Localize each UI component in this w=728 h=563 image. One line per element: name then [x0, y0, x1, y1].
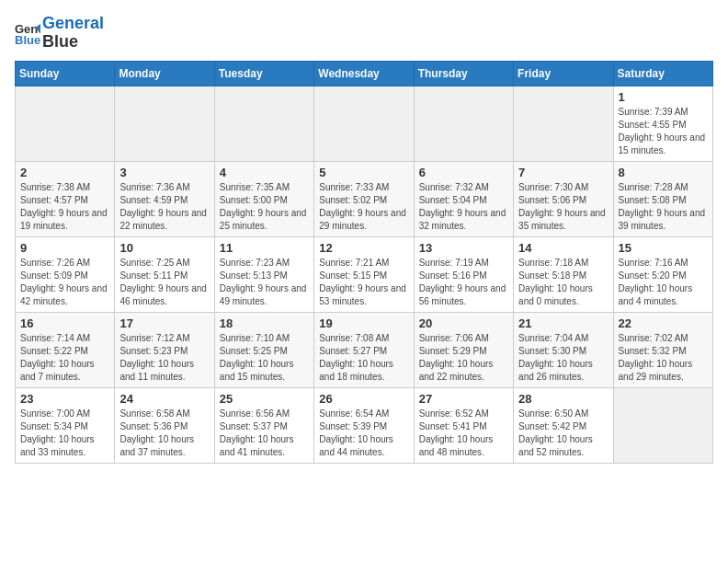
day-info: Sunrise: 6:58 AM Sunset: 5:36 PM Dayligh…: [119, 408, 209, 459]
day-number: 1: [619, 90, 708, 104]
calendar-cell: 25Sunrise: 6:56 AM Sunset: 5:37 PM Dayli…: [214, 387, 313, 463]
calendar-cell: [16, 86, 115, 161]
day-info: Sunrise: 7:25 AM Sunset: 5:11 PM Dayligh…: [119, 257, 209, 308]
calendar-cell: 2Sunrise: 7:38 AM Sunset: 4:57 PM Daylig…: [16, 161, 115, 236]
calendar-cell: 28Sunrise: 6:50 AM Sunset: 5:42 PM Dayli…: [514, 387, 613, 463]
weekday-header-tuesday: Tuesday: [214, 61, 313, 86]
calendar-cell: 22Sunrise: 7:02 AM Sunset: 5:32 PM Dayli…: [613, 312, 712, 387]
day-number: 11: [220, 241, 309, 255]
day-number: 8: [619, 166, 708, 179]
logo-icon: General Blue: [15, 20, 40, 46]
calendar-cell: 12Sunrise: 7:21 AM Sunset: 5:15 PM Dayli…: [314, 236, 414, 312]
week-row-1: 1Sunrise: 7:39 AM Sunset: 4:55 PM Daylig…: [16, 86, 713, 161]
calendar-cell: 5Sunrise: 7:33 AM Sunset: 5:02 PM Daylig…: [314, 161, 414, 236]
day-info: Sunrise: 7:28 AM Sunset: 5:08 PM Dayligh…: [619, 181, 708, 233]
day-info: Sunrise: 7:14 AM Sunset: 5:22 PM Dayligh…: [20, 332, 109, 384]
weekday-header-friday: Friday: [514, 61, 613, 86]
day-info: Sunrise: 7:39 AM Sunset: 4:55 PM Dayligh…: [619, 106, 708, 157]
day-info: Sunrise: 7:04 AM Sunset: 5:30 PM Dayligh…: [518, 332, 608, 384]
calendar-cell: 16Sunrise: 7:14 AM Sunset: 5:22 PM Dayli…: [16, 312, 115, 387]
day-number: 24: [119, 392, 209, 406]
day-number: 26: [319, 392, 408, 406]
calendar-cell: 24Sunrise: 6:58 AM Sunset: 5:36 PM Dayli…: [115, 387, 214, 463]
day-info: Sunrise: 7:00 AM Sunset: 5:34 PM Dayligh…: [20, 408, 109, 459]
calendar-cell: 11Sunrise: 7:23 AM Sunset: 5:13 PM Dayli…: [214, 236, 313, 312]
day-number: 14: [518, 241, 608, 255]
calendar-cell: [214, 86, 313, 161]
calendar-cell: 1Sunrise: 7:39 AM Sunset: 4:55 PM Daylig…: [613, 86, 712, 161]
calendar-body: 1Sunrise: 7:39 AM Sunset: 4:55 PM Daylig…: [16, 86, 713, 463]
day-number: 12: [319, 241, 408, 255]
calendar-cell: [514, 86, 613, 161]
week-row-4: 16Sunrise: 7:14 AM Sunset: 5:22 PM Dayli…: [16, 312, 713, 387]
day-info: Sunrise: 7:30 AM Sunset: 5:06 PM Dayligh…: [518, 181, 608, 233]
calendar-cell: 13Sunrise: 7:19 AM Sunset: 5:16 PM Dayli…: [414, 236, 513, 312]
calendar-cell: 26Sunrise: 6:54 AM Sunset: 5:39 PM Dayli…: [314, 387, 414, 463]
day-number: 28: [518, 392, 608, 406]
calendar-cell: 10Sunrise: 7:25 AM Sunset: 5:11 PM Dayli…: [115, 236, 214, 312]
calendar-cell: 14Sunrise: 7:18 AM Sunset: 5:18 PM Dayli…: [514, 236, 613, 312]
calendar-cell: [115, 86, 214, 161]
day-number: 7: [518, 166, 608, 179]
calendar-cell: 27Sunrise: 6:52 AM Sunset: 5:41 PM Dayli…: [414, 387, 513, 463]
day-number: 3: [119, 166, 209, 179]
day-number: 4: [220, 166, 309, 179]
day-number: 20: [419, 316, 508, 330]
day-number: 10: [119, 241, 209, 255]
day-number: 16: [20, 316, 109, 330]
day-info: Sunrise: 7:16 AM Sunset: 5:20 PM Dayligh…: [619, 257, 708, 308]
calendar-cell: 19Sunrise: 7:08 AM Sunset: 5:27 PM Dayli…: [314, 312, 414, 387]
day-number: 13: [419, 241, 508, 255]
calendar-table: SundayMondayTuesdayWednesdayThursdayFrid…: [15, 61, 713, 464]
logo-text: GeneralBlue: [42, 15, 104, 52]
day-number: 22: [619, 316, 708, 330]
day-info: Sunrise: 7:12 AM Sunset: 5:23 PM Dayligh…: [119, 332, 209, 384]
calendar-cell: [613, 387, 712, 463]
day-info: Sunrise: 7:36 AM Sunset: 4:59 PM Dayligh…: [119, 181, 209, 233]
day-info: Sunrise: 7:35 AM Sunset: 5:00 PM Dayligh…: [220, 181, 309, 233]
calendar-cell: 15Sunrise: 7:16 AM Sunset: 5:20 PM Dayli…: [613, 236, 712, 312]
weekday-header-wednesday: Wednesday: [314, 61, 414, 86]
calendar-cell: 23Sunrise: 7:00 AM Sunset: 5:34 PM Dayli…: [16, 387, 115, 463]
weekday-header-saturday: Saturday: [613, 61, 712, 86]
calendar-cell: 9Sunrise: 7:26 AM Sunset: 5:09 PM Daylig…: [16, 236, 115, 312]
day-number: 21: [518, 316, 608, 330]
day-number: 19: [319, 316, 408, 330]
weekday-header-row: SundayMondayTuesdayWednesdayThursdayFrid…: [16, 61, 713, 86]
day-number: 17: [119, 316, 209, 330]
weekday-header-sunday: Sunday: [16, 61, 115, 86]
calendar-cell: 7Sunrise: 7:30 AM Sunset: 5:06 PM Daylig…: [514, 161, 613, 236]
calendar-cell: 17Sunrise: 7:12 AM Sunset: 5:23 PM Dayli…: [115, 312, 214, 387]
day-info: Sunrise: 7:38 AM Sunset: 4:57 PM Dayligh…: [20, 181, 109, 233]
logo: General Blue GeneralBlue: [15, 15, 104, 52]
day-number: 5: [319, 166, 408, 179]
week-row-2: 2Sunrise: 7:38 AM Sunset: 4:57 PM Daylig…: [16, 161, 713, 236]
day-number: 9: [20, 241, 109, 255]
calendar-cell: 18Sunrise: 7:10 AM Sunset: 5:25 PM Dayli…: [214, 312, 313, 387]
day-info: Sunrise: 6:50 AM Sunset: 5:42 PM Dayligh…: [518, 408, 608, 459]
day-info: Sunrise: 7:18 AM Sunset: 5:18 PM Dayligh…: [518, 257, 608, 308]
day-info: Sunrise: 7:21 AM Sunset: 5:15 PM Dayligh…: [319, 257, 408, 308]
day-info: Sunrise: 7:19 AM Sunset: 5:16 PM Dayligh…: [419, 257, 508, 308]
day-info: Sunrise: 7:33 AM Sunset: 5:02 PM Dayligh…: [319, 181, 408, 233]
day-number: 18: [220, 316, 309, 330]
day-info: Sunrise: 6:54 AM Sunset: 5:39 PM Dayligh…: [319, 408, 408, 459]
day-info: Sunrise: 7:32 AM Sunset: 5:04 PM Dayligh…: [419, 181, 508, 233]
week-row-5: 23Sunrise: 7:00 AM Sunset: 5:34 PM Dayli…: [16, 387, 713, 463]
day-info: Sunrise: 6:52 AM Sunset: 5:41 PM Dayligh…: [419, 408, 508, 459]
day-number: 25: [220, 392, 309, 406]
calendar-cell: [314, 86, 414, 161]
day-info: Sunrise: 7:23 AM Sunset: 5:13 PM Dayligh…: [220, 257, 309, 308]
calendar-cell: 3Sunrise: 7:36 AM Sunset: 4:59 PM Daylig…: [115, 161, 214, 236]
calendar-cell: 20Sunrise: 7:06 AM Sunset: 5:29 PM Dayli…: [414, 312, 513, 387]
calendar-cell: 4Sunrise: 7:35 AM Sunset: 5:00 PM Daylig…: [214, 161, 313, 236]
page-header: General Blue GeneralBlue: [15, 15, 713, 52]
day-number: 27: [419, 392, 508, 406]
day-number: 23: [20, 392, 109, 406]
calendar-cell: 8Sunrise: 7:28 AM Sunset: 5:08 PM Daylig…: [613, 161, 712, 236]
day-number: 2: [20, 166, 109, 179]
day-info: Sunrise: 7:26 AM Sunset: 5:09 PM Dayligh…: [20, 257, 109, 308]
day-number: 15: [619, 241, 708, 255]
day-number: 6: [419, 166, 508, 179]
day-info: Sunrise: 7:02 AM Sunset: 5:32 PM Dayligh…: [619, 332, 708, 384]
